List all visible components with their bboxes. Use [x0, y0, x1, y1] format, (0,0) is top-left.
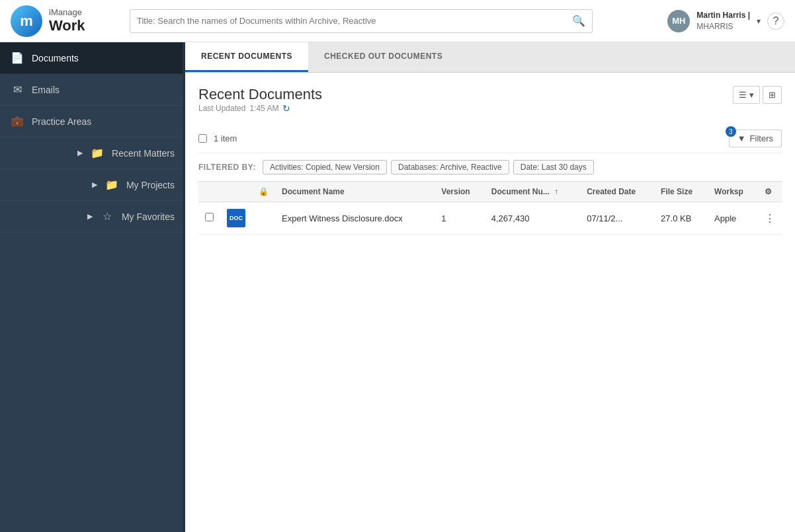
page-title: Recent Documents: [198, 86, 322, 103]
lock-header-icon: 🔒: [259, 187, 269, 196]
col-header-lock: 🔒: [252, 182, 275, 202]
filters-label: Filters: [750, 133, 773, 143]
refresh-icon[interactable]: ↻: [282, 103, 290, 114]
user-name: Martin Harris |: [696, 10, 750, 21]
help-icon[interactable]: ?: [767, 13, 784, 30]
row-checkbox[interactable]: [205, 213, 214, 221]
row-checkbox-cell: [198, 202, 220, 235]
col-header-name[interactable]: Document Name: [275, 182, 435, 202]
section-title-area: Recent Documents Last Updated 1:45 AM ↻: [198, 86, 322, 122]
col-header-docnum-text: Document Nu...: [491, 187, 550, 196]
sidebar-item-practice-areas[interactable]: 💼 Practice Areas: [0, 106, 185, 137]
last-updated: Last Updated 1:45 AM ↻: [198, 103, 322, 114]
search-icon[interactable]: 🔍: [572, 15, 585, 27]
sidebar-item-label: Practice Areas: [32, 116, 91, 127]
col-header-workspace[interactable]: Worksp: [708, 182, 758, 202]
tab-recent-documents[interactable]: Recent Documents: [185, 42, 308, 72]
my-favorites-icon: ☆: [101, 210, 114, 223]
logo-text: iManage Work: [49, 7, 85, 35]
emails-icon: ✉: [11, 83, 24, 96]
user-info[interactable]: Martin Harris | MHARRIS: [696, 10, 750, 32]
sidebar-item-label: Emails: [32, 85, 60, 95]
col-header-version[interactable]: Version: [435, 182, 484, 202]
table-row: DOC Expert Witness Disclosure.docx 1 4,2…: [198, 202, 782, 235]
item-count-area: 1 item: [198, 133, 237, 143]
list-view-chevron-icon: ▾: [749, 90, 754, 100]
filter-count-badge: 3: [726, 126, 736, 137]
filter-pills: FILTERED BY: Activities: Copied, New Ver…: [198, 153, 782, 181]
documents-table: 🔒 Document Name Version Document Nu... ↑…: [198, 181, 782, 235]
sidebar-item-recent-matters[interactable]: ▶ 📁 Recent Matters: [0, 137, 185, 169]
table-header: 🔒 Document Name Version Document Nu... ↑…: [198, 182, 782, 202]
col-header-filesize[interactable]: File Size: [654, 182, 708, 202]
sidebar-item-my-favorites[interactable]: ▶ ☆ My Favorites: [0, 201, 185, 233]
col-header-settings[interactable]: ⚙: [758, 182, 782, 202]
select-all-checkbox[interactable]: [198, 134, 207, 143]
filter-pill-databases[interactable]: Databases: Archive, Reactive: [391, 160, 509, 174]
item-count-label: 1 item: [214, 133, 237, 143]
filter-pill-activities[interactable]: Activities: Copied, New Version: [263, 160, 387, 174]
sort-up-icon: ↑: [554, 187, 558, 196]
row-version-cell: 1: [435, 202, 484, 235]
row-more-cell[interactable]: ⋮: [758, 202, 782, 235]
section-header: Recent Documents Last Updated 1:45 AM ↻ …: [198, 86, 782, 122]
row-created-cell: 07/11/2...: [580, 202, 654, 235]
chevron-right-icon: ▶: [87, 212, 93, 221]
sidebar-item-emails[interactable]: ✉ Emails: [0, 74, 185, 106]
sidebar-item-my-projects[interactable]: ▶ 📁 My Projects: [0, 169, 185, 201]
filter-funnel-icon: ▼: [737, 133, 746, 143]
sidebar: 📄 Documents ✉ Emails 💼 Practice Areas ▶ …: [0, 42, 185, 532]
sidebar-item-label: My Favorites: [122, 211, 175, 222]
recent-matters-icon: 📁: [91, 147, 104, 159]
col-header-doctype: [220, 182, 252, 202]
doc-type-icon: DOC: [227, 209, 245, 227]
sidebar-item-label: My Projects: [126, 180, 175, 190]
col-header-created[interactable]: Created Date: [580, 182, 654, 202]
row-name-cell[interactable]: Expert Witness Disclosure.docx: [275, 202, 435, 235]
sidebar-item-label: Recent Matters: [112, 148, 175, 159]
tabs-bar: Recent Documents Checked Out Documents: [185, 42, 795, 73]
last-updated-time: 1:45 AM: [249, 104, 278, 113]
main-layout: 📄 Documents ✉ Emails 💼 Practice Areas ▶ …: [0, 42, 795, 532]
columns-view-icon: ⊞: [769, 90, 776, 100]
filtered-by-label: FILTERED BY:: [198, 163, 256, 172]
list-controls: 1 item 3 ▼ Filters: [198, 124, 782, 153]
col-header-docnum[interactable]: Document Nu... ↑: [485, 182, 580, 202]
my-projects-icon: 📁: [105, 178, 118, 191]
documents-icon: 📄: [11, 52, 24, 64]
row-docnum-cell: 4,267,430: [485, 202, 580, 235]
main-content: Recent Documents Last Updated 1:45 AM ↻ …: [185, 73, 795, 532]
content-area: Recent Documents Checked Out Documents R…: [185, 42, 795, 532]
header-right: MH Martin Harris | MHARRIS ▾ ?: [667, 10, 784, 32]
list-view-button[interactable]: ☰ ▾: [733, 86, 760, 104]
tab-checked-out-documents[interactable]: Checked Out Documents: [308, 42, 458, 72]
user-username: MHARRIS: [696, 21, 750, 32]
chevron-right-icon: ▶: [92, 180, 97, 189]
sidebar-resize-handle[interactable]: [183, 42, 185, 532]
sidebar-item-documents[interactable]: 📄 Documents: [0, 42, 185, 74]
columns-view-button[interactable]: ⊞: [763, 86, 782, 104]
row-lock-cell: [252, 202, 275, 235]
brand-work: Work: [49, 17, 85, 34]
user-menu-chevron-icon[interactable]: ▾: [757, 17, 761, 26]
logo-icon: m: [11, 5, 42, 37]
table-body: DOC Expert Witness Disclosure.docx 1 4,2…: [198, 202, 782, 235]
row-workspace-cell: Apple: [708, 202, 758, 235]
col-header-checkbox: [198, 182, 220, 202]
view-controls: ☰ ▾ ⊞: [733, 86, 782, 104]
avatar: MH: [667, 10, 690, 32]
last-updated-label: Last Updated: [198, 104, 245, 113]
filters-button[interactable]: 3 ▼ Filters: [729, 130, 782, 147]
search-input[interactable]: [137, 16, 572, 26]
more-options-icon[interactable]: ⋮: [765, 213, 775, 224]
filter-pill-date[interactable]: Date: Last 30 days: [513, 160, 594, 174]
brand-name: iManage: [49, 7, 85, 18]
top-header: m iManage Work 🔍 MH Martin Harris | MHAR…: [0, 0, 795, 42]
practice-areas-icon: 💼: [11, 115, 24, 128]
sidebar-item-label: Documents: [32, 53, 79, 63]
row-doctype-cell: DOC: [220, 202, 252, 235]
logo-area: m iManage Work: [11, 5, 116, 37]
search-bar[interactable]: 🔍: [130, 9, 593, 33]
row-filesize-cell: 27.0 KB: [654, 202, 708, 235]
list-view-icon: ☰: [739, 90, 747, 100]
